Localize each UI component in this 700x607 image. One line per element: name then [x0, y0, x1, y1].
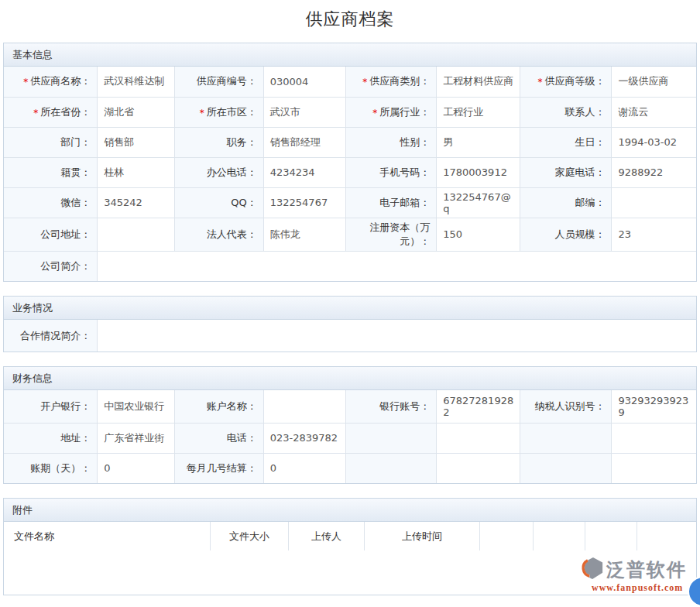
field-label: 职务： [175, 127, 263, 157]
finance-table: 开户银行： 中国农业银行 账户名称： 银行账号： 678272819282 纳税… [4, 390, 696, 483]
vendor-logo: 泛普软件 www.fanpusoft.com [581, 557, 687, 592]
field-label: 开户银行： [4, 390, 98, 423]
field-label: 每月几号结算： [175, 453, 263, 483]
required-marker: * [372, 108, 377, 118]
empty-cell [520, 453, 612, 483]
empty-cell [346, 423, 437, 453]
field-label: 账户名称： [175, 390, 263, 423]
section-business-header: 业务情况 [4, 297, 696, 320]
field-label: 籍贯： [4, 157, 98, 187]
field-value: 一级供应商 [612, 67, 696, 97]
required-marker: * [362, 77, 367, 87]
basic-info-table: *供应商名称： 武汉科维达制 供应商编号： 030004 *供应商类别： 工程材… [4, 67, 696, 281]
attachments-header-row: 文件名称 文件大小 上传人 上传时间 [4, 522, 696, 550]
field-value: 谢流云 [612, 97, 696, 127]
field-value: 男 [437, 127, 520, 157]
empty-cell [437, 423, 520, 453]
field-label: 生日： [520, 127, 612, 157]
field-label: 邮编： [520, 187, 612, 218]
field-value: 武汉市 [263, 97, 345, 127]
required-marker: * [33, 108, 38, 118]
required-marker: * [200, 108, 204, 118]
column-header-filename: 文件名称 [4, 522, 210, 550]
empty-cell [612, 423, 696, 453]
required-marker: * [537, 77, 542, 87]
field-label: 公司简介： [4, 251, 98, 281]
table-row: 微信： 345242 QQ： 132254767 电子邮箱： 132254767… [4, 187, 696, 218]
table-row: 账期（天）： 0 每月几号结算： 0 [4, 453, 696, 483]
field-value: 932932939239 [612, 390, 696, 423]
field-value [98, 218, 175, 251]
field-label: *所在市区： [175, 97, 263, 127]
field-label: 微信： [4, 187, 98, 218]
business-table: 合作情况简介： [4, 320, 696, 352]
field-value [98, 320, 696, 352]
field-label: 办公电话： [175, 157, 263, 187]
field-label: 地址： [4, 423, 98, 453]
field-label: 合作情况简介： [4, 320, 98, 352]
field-label: 电话： [175, 423, 263, 453]
field-label: 家庭电话： [520, 157, 612, 187]
section-basic-info-header: 基本信息 [4, 43, 696, 67]
field-value: 武汉科维达制 [98, 67, 175, 97]
field-value: 中国农业银行 [98, 390, 175, 423]
table-row: 地址： 广东省祥业街 电话： 023-2839782 [4, 423, 696, 453]
table-row: 开户银行： 中国农业银行 账户名称： 银行账号： 678272819282 纳税… [4, 390, 696, 423]
empty-cell [637, 522, 696, 550]
empty-cell [585, 522, 637, 550]
field-value: 150 [437, 218, 520, 251]
field-label: 注册资本（万元）： [346, 218, 437, 251]
vendor-website: www.fanpusoft.com [581, 583, 687, 592]
field-label: *供应商等级： [520, 67, 612, 97]
field-label: 人员规模： [520, 218, 612, 251]
field-label: 法人代表： [175, 218, 263, 251]
table-row: 合作情况简介： [4, 320, 696, 352]
empty-cell [534, 522, 585, 550]
empty-cell [520, 423, 612, 453]
field-value: 023-2839782 [263, 423, 345, 453]
field-value: 1994-03-02 [612, 127, 696, 157]
field-value: 桂林 [98, 157, 175, 187]
table-row: 籍贯： 桂林 办公电话： 4234234 手机号码： 1780003912 家庭… [4, 157, 696, 187]
field-value [98, 251, 696, 281]
supplier-archive-page: 供应商档案 基本信息 *供应商名称： 武汉科维达制 供应商编号： 030004 … [0, 0, 700, 607]
field-value: 广东省祥业街 [98, 423, 175, 453]
field-label: 纳税人识别号： [520, 390, 612, 423]
required-marker: * [23, 77, 28, 87]
field-label: QQ： [175, 187, 263, 218]
field-value: 陈伟龙 [263, 218, 345, 251]
field-label: 供应商编号： [175, 67, 263, 97]
field-label: 账期（天）： [4, 453, 98, 483]
column-header-uploadtime: 上传时间 [365, 522, 479, 550]
table-row: *所在省份： 湖北省 *所在市区： 武汉市 *所属行业： 工程行业 联系人： 谢… [4, 97, 696, 127]
field-value: 345242 [98, 187, 175, 218]
table-row: *供应商名称： 武汉科维达制 供应商编号： 030004 *供应商类别： 工程材… [4, 67, 696, 97]
field-value [612, 187, 696, 218]
field-value [263, 390, 345, 423]
field-value: 132254767 [263, 187, 345, 218]
column-header-uploader: 上传人 [288, 522, 364, 550]
table-row: 公司简介： [4, 251, 696, 281]
field-label: *所在省份： [4, 97, 98, 127]
field-value: 工程行业 [437, 97, 520, 127]
empty-cell [346, 453, 437, 483]
field-value: 23 [612, 218, 696, 251]
table-row: 公司地址： 法人代表： 陈伟龙 注册资本（万元）： 150 人员规模： 23 [4, 218, 696, 251]
empty-cell [479, 522, 534, 550]
field-value: 678272819282 [437, 390, 520, 423]
field-label: 手机号码： [346, 157, 437, 187]
field-label: *供应商名称： [4, 67, 98, 97]
field-value: 工程材料供应商 [437, 67, 520, 97]
field-label: 部门： [4, 127, 98, 157]
section-business: 业务情况 合作情况简介： [3, 296, 697, 352]
section-basic-info: 基本信息 *供应商名称： 武汉科维达制 供应商编号： 030004 *供应商类别… [3, 43, 697, 282]
table-row: 部门： 销售部 职务： 销售部经理 性别： 男 生日： 1994-03-02 [4, 127, 696, 157]
field-label: *所属行业： [346, 97, 437, 127]
field-value: 1780003912 [437, 157, 520, 187]
field-label: 银行账号： [346, 390, 437, 423]
column-header-filesize: 文件大小 [210, 522, 288, 550]
field-value: 销售部 [98, 127, 175, 157]
empty-cell [612, 453, 696, 483]
attachments-table: 文件名称 文件大小 上传人 上传时间 [4, 522, 696, 550]
section-finance: 财务信息 开户银行： 中国农业银行 账户名称： 银行账号： 6782728192… [3, 366, 697, 484]
